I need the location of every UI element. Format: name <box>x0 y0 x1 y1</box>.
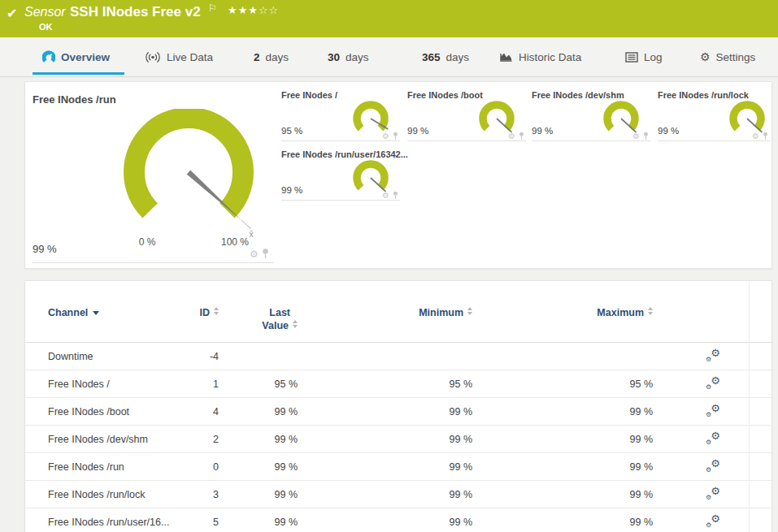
last-value-cell: 99 % <box>219 481 298 508</box>
minimum-cell: 99 % <box>298 426 472 453</box>
gauge-panel-free-inodes-boot[interactable]: Free INodes /boot 99 % ⚙ <box>407 90 526 141</box>
header-label: Minimum <box>419 307 463 318</box>
id-cell: 0 <box>186 453 219 481</box>
tab-label: Log <box>644 51 663 63</box>
gauge-settings-gear-icon[interactable]: ⚙ <box>752 132 759 141</box>
channel-cell: Free INodes /run <box>25 453 186 481</box>
gauge-settings-gear-icon[interactable]: ⚙ <box>508 132 515 141</box>
pin-icon[interactable] <box>519 132 524 141</box>
priority-stars[interactable]: ★★★☆☆ <box>228 4 279 16</box>
header-label: Value <box>262 320 289 331</box>
tab-settings[interactable]: ⚙ Settings <box>700 37 755 76</box>
gauges-card: Free INodes /run x̄ 0 % 100 % 99 % ⚙ Fre… <box>24 81 772 269</box>
tab-bar: Overview Live Data 2 days 30 days 365 da… <box>0 37 778 77</box>
table-row: Free INodes /dev/shm 2 99 % 99 % 99 % ⚙⚙ <box>25 426 773 453</box>
pin-icon[interactable] <box>393 132 398 141</box>
tab-label: days <box>266 51 289 63</box>
gauge-title: Free INodes /run <box>33 93 116 106</box>
maximum-cell: 99 % <box>472 481 653 508</box>
gauge-title: Free INodes / <box>281 90 337 100</box>
minimum-cell <box>298 343 472 370</box>
sensor-status-header: ✔ Sensor SSH INodes Free v2 ⚐ ★★★☆☆ OK <box>0 0 778 37</box>
maximum-cell: 99 % <box>472 426 653 453</box>
gauge-settings-gear-icon[interactable]: ⚙ <box>632 132 640 141</box>
column-header-minimum[interactable]: Minimum <box>298 302 472 343</box>
gear-icon: ⚙ <box>700 50 711 63</box>
column-header-last-value[interactable]: Last Value <box>219 302 298 343</box>
tab-30-days[interactable]: 30 days <box>328 37 369 76</box>
pin-icon[interactable] <box>262 249 269 259</box>
channel-cell: Free INodes / <box>25 370 186 398</box>
tab-label: Settings <box>716 51 756 63</box>
channel-settings-gears-icon[interactable]: ⚙⚙ <box>706 377 720 389</box>
main-gauge-chart: x̄ <box>111 109 270 243</box>
gauge-panel-free-inodes-root[interactable]: Free INodes / 95 % ⚙ <box>281 90 400 141</box>
gauge-settings-gear-icon[interactable]: ⚙ <box>382 132 389 141</box>
sensor-title: SSH INodes Free v2 <box>70 4 201 20</box>
gauge-icon <box>42 50 55 63</box>
gauge-scale-max: 100 % <box>217 236 253 248</box>
maximum-cell <box>472 343 653 370</box>
sort-icon <box>648 307 653 315</box>
id-cell: 2 <box>186 426 219 453</box>
gauge-value: 99 % <box>407 126 428 136</box>
tab-live-data[interactable]: Live Data <box>145 37 213 76</box>
tab-log[interactable]: Log <box>625 37 663 76</box>
minimum-cell: 99 % <box>298 481 472 508</box>
channel-settings-gears-icon[interactable]: ⚙⚙ <box>706 487 720 500</box>
minimum-cell: 95 % <box>298 370 472 398</box>
sensor-type-label: Sensor <box>24 5 66 19</box>
column-header-id[interactable]: ID <box>186 302 219 343</box>
channels-table: Channel ID Last Value Minimum Maximum Do… <box>25 302 773 532</box>
broadcast-icon <box>145 51 161 63</box>
tab-2-days[interactable]: 2 days <box>254 37 289 76</box>
minimum-cell: 99 % <box>298 508 472 532</box>
tab-label: Overview <box>61 51 110 63</box>
tab-365-days[interactable]: 365 days <box>422 37 469 76</box>
channel-settings-gears-icon[interactable]: ⚙⚙ <box>706 515 720 527</box>
table-row: Free INodes /boot 4 99 % 99 % 99 % ⚙⚙ <box>25 398 773 426</box>
pin-icon[interactable] <box>643 132 649 141</box>
header-label: ID <box>200 307 211 318</box>
channel-settings-gears-icon[interactable]: ⚙⚙ <box>706 349 720 361</box>
last-value-cell <box>219 343 298 370</box>
gauge-panel-free-inodes-run-lock[interactable]: Free INodes /run/lock 99 % ⚙ <box>658 90 770 141</box>
table-row: Downtime -4 ⚙⚙ <box>25 343 773 370</box>
gauge-title: Free INodes /boot <box>407 90 483 100</box>
id-cell: 5 <box>186 508 219 532</box>
channel-settings-gears-icon[interactable]: ⚙⚙ <box>706 460 720 472</box>
gauge-panel-free-inodes-dev-shm[interactable]: Free INodes /dev/shm 99 % ⚙ <box>532 90 650 141</box>
tab-overview[interactable]: Overview <box>42 37 110 76</box>
channel-settings-gears-icon[interactable]: ⚙⚙ <box>706 404 720 417</box>
maximum-cell: 99 % <box>472 453 653 481</box>
last-value-cell: 99 % <box>219 453 298 481</box>
tab-label: days <box>346 51 369 63</box>
last-value-cell: 95 % <box>219 370 298 398</box>
tab-label: Historic Data <box>519 51 581 63</box>
tab-historic-data[interactable]: Historic Data <box>499 37 581 76</box>
channel-settings-gears-icon[interactable]: ⚙⚙ <box>706 432 720 444</box>
gauge-panel-free-inodes-run-user[interactable]: Free INodes /run/user/16342... 99 % ⚙ <box>281 149 400 201</box>
channel-cell: Downtime <box>25 343 186 370</box>
panel-divider <box>32 262 274 263</box>
gauge-settings-gear-icon[interactable]: ⚙ <box>382 192 389 200</box>
gauge-value: 99 % <box>658 126 679 136</box>
maximum-cell: 99 % <box>472 398 653 426</box>
gauge-settings-gear-icon[interactable]: ⚙ <box>250 249 259 259</box>
table-row: Free INodes /run 0 99 % 99 % 99 % ⚙⚙ <box>25 453 773 481</box>
tab-label: days <box>446 51 470 63</box>
channel-cell: Free INodes /boot <box>25 398 186 426</box>
sort-desc-icon <box>93 311 99 315</box>
table-row: Free INodes /run/user/16... 5 99 % 99 % … <box>25 508 773 532</box>
minimum-cell: 99 % <box>298 453 472 481</box>
pin-icon[interactable] <box>393 191 398 200</box>
header-label: Maximum <box>597 307 644 318</box>
tab-number: 30 <box>328 51 340 63</box>
column-divider <box>749 281 750 532</box>
flag-icon[interactable]: ⚐ <box>208 2 217 14</box>
column-header-channel[interactable]: Channel <box>25 302 186 343</box>
gauge-value: 95 % <box>281 126 302 136</box>
pin-icon[interactable] <box>763 132 768 141</box>
id-cell: -4 <box>186 343 219 370</box>
column-header-maximum[interactable]: Maximum <box>472 302 653 343</box>
